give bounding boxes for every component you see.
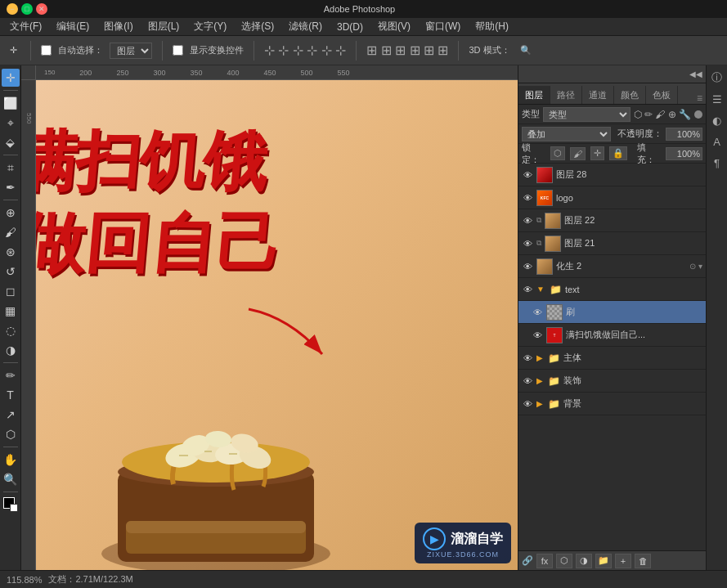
- menu-window[interactable]: 窗口(W): [419, 18, 467, 35]
- character-icon[interactable]: A: [708, 132, 726, 150]
- hand-tool[interactable]: ✋: [2, 451, 20, 469]
- filter-toggle[interactable]: [694, 110, 702, 119]
- panel-collapse-btn[interactable]: ◀◀: [689, 70, 702, 79]
- tab-paths[interactable]: 路径: [550, 86, 582, 104]
- canvas-area[interactable]: 土力架海报.psd @ 116% (刷, RGB/8#) * × 150 200…: [21, 65, 518, 570]
- menu-file[interactable]: 文件(F): [3, 18, 48, 35]
- gradient-tool[interactable]: ▦: [2, 302, 20, 320]
- blend-mode-select[interactable]: 叠加: [522, 127, 611, 141]
- zoom-tool[interactable]: 🔍: [2, 470, 20, 488]
- add-layer-btn[interactable]: +: [615, 554, 631, 568]
- delete-layer-btn[interactable]: 🗑: [635, 554, 651, 568]
- layer-item[interactable]: 👁 刷: [518, 301, 706, 324]
- pen-tool[interactable]: ✏: [2, 366, 20, 384]
- opacity-input[interactable]: [666, 128, 702, 141]
- foreground-color[interactable]: [2, 496, 20, 514]
- properties-icon[interactable]: ⓘ: [708, 69, 726, 87]
- layer-item[interactable]: 👁 ⧉ 图层 22: [518, 209, 706, 232]
- quick-select-tool[interactable]: ⬙: [2, 133, 20, 151]
- layer-thumbnail: [536, 167, 553, 183]
- menu-edit[interactable]: 编辑(E): [50, 18, 96, 35]
- path-select-tool[interactable]: ↗: [2, 406, 20, 424]
- minimize-button[interactable]: −: [7, 3, 18, 15]
- layer-item[interactable]: 👁 KFC logo: [518, 186, 706, 209]
- paragraph-icon[interactable]: ¶: [708, 154, 726, 172]
- visibility-toggle[interactable]: 👁: [522, 284, 533, 295]
- menu-help[interactable]: 帮助(H): [469, 18, 515, 35]
- eyedropper-tool[interactable]: ✒: [2, 178, 20, 196]
- layer-item[interactable]: 👁 ▶ 📁 装饰: [518, 370, 706, 393]
- visibility-toggle[interactable]: 👁: [522, 169, 533, 181]
- move-tool[interactable]: ✛: [2, 69, 20, 87]
- fx-button[interactable]: fx: [536, 554, 553, 568]
- ruler-corner: [21, 65, 36, 80]
- show-transform-checkbox[interactable]: [173, 45, 183, 56]
- menu-select[interactable]: 选择(S): [235, 18, 280, 35]
- blur-tool[interactable]: ◌: [2, 321, 20, 339]
- layer-thumbnail: [545, 236, 561, 252]
- visibility-toggle[interactable]: 👁: [522, 261, 533, 272]
- maximize-button[interactable]: □: [21, 3, 33, 15]
- menu-image[interactable]: 图像(I): [97, 18, 139, 35]
- crop-tool[interactable]: ⌗: [2, 159, 20, 177]
- spot-heal-tool[interactable]: ⊕: [2, 204, 20, 222]
- watermark-url: ZIXUE.3D66.COM: [427, 550, 499, 559]
- close-button[interactable]: ✕: [36, 3, 47, 15]
- layer-item[interactable]: 👁 图层 28: [518, 164, 706, 186]
- tab-channels[interactable]: 通道: [582, 86, 614, 104]
- menu-text[interactable]: 文字(Y): [187, 18, 233, 35]
- layer-item[interactable]: 👁 T 满扫饥饿做回自己...: [518, 324, 706, 347]
- lock-image-btn[interactable]: 🖌: [570, 147, 586, 160]
- layer-item[interactable]: 👁 ▼ 📁 text: [518, 278, 706, 301]
- menu-filter[interactable]: 滤镜(R): [282, 18, 329, 35]
- poster-canvas[interactable]: 满扫饥饿 做回自己: [36, 80, 518, 570]
- kind-label: 类型: [522, 108, 540, 120]
- layer-item[interactable]: 👁 ▶ 📁 背景: [518, 393, 706, 415]
- lock-position-btn[interactable]: ✛: [590, 146, 604, 160]
- add-adjustment-btn[interactable]: ◑: [576, 554, 592, 568]
- auto-select-checkbox[interactable]: [41, 45, 52, 56]
- doc-size: 文档：2.71M/122.3M: [48, 573, 132, 586]
- kind-select[interactable]: 类型: [543, 107, 631, 122]
- eraser-tool[interactable]: ◻: [2, 282, 20, 300]
- dodge-tool[interactable]: ◑: [2, 341, 20, 359]
- visibility-toggle[interactable]: 👁: [522, 238, 533, 249]
- layer-name: 背景: [563, 397, 702, 410]
- menu-view[interactable]: 视图(V): [371, 18, 417, 35]
- tab-color[interactable]: 颜色: [614, 86, 646, 104]
- search-btn[interactable]: 🔍: [517, 43, 535, 57]
- history-brush-tool[interactable]: ↺: [2, 263, 20, 281]
- tab-layers[interactable]: 图层: [518, 86, 550, 104]
- layer-item[interactable]: 👁 ⧉ 图层 21: [518, 232, 706, 255]
- tool-sep-1: [3, 90, 18, 91]
- visibility-toggle[interactable]: 👁: [532, 307, 543, 318]
- libraries-icon[interactable]: ☰: [708, 90, 726, 108]
- visibility-toggle[interactable]: 👁: [522, 375, 533, 387]
- lock-transparent-btn[interactable]: ⬡: [550, 146, 565, 160]
- brush-tool[interactable]: 🖌: [2, 223, 20, 241]
- layers-tabs: 图层 路径 通道 颜色 色板 ≡: [518, 83, 706, 105]
- add-mask-btn[interactable]: ⬡: [556, 554, 572, 568]
- lock-all-btn[interactable]: 🔒: [609, 146, 627, 160]
- layer-item[interactable]: 👁 化生 2 ⊙ ▾: [518, 255, 706, 278]
- auto-select-dropdown[interactable]: 图层: [110, 43, 152, 59]
- add-group-btn[interactable]: 📁: [595, 554, 612, 568]
- layer-item[interactable]: 👁 ▶ 📁 主体: [518, 347, 706, 370]
- visibility-toggle[interactable]: 👁: [522, 192, 533, 204]
- lasso-tool[interactable]: ⌖: [2, 114, 20, 132]
- clone-stamp-tool[interactable]: ⊛: [2, 243, 20, 261]
- fill-input[interactable]: [666, 147, 702, 160]
- tab-swatches[interactable]: 色板: [646, 86, 678, 104]
- adjustments-icon[interactable]: ◐: [708, 111, 726, 129]
- visibility-toggle[interactable]: 👁: [522, 352, 533, 364]
- menu-3d[interactable]: 3D(D): [330, 20, 370, 34]
- marquee-tool[interactable]: ⬜: [2, 94, 20, 112]
- menu-layer[interactable]: 图层(L): [141, 18, 186, 35]
- layers-menu-btn[interactable]: ≡: [693, 92, 706, 104]
- shape-tool[interactable]: ⬡: [2, 425, 20, 443]
- visibility-toggle[interactable]: 👁: [522, 215, 533, 227]
- type-tool[interactable]: T: [2, 386, 20, 404]
- visibility-toggle[interactable]: 👁: [522, 398, 533, 410]
- move-tool-btn[interactable]: ✛: [7, 43, 20, 57]
- visibility-toggle[interactable]: 👁: [532, 330, 543, 341]
